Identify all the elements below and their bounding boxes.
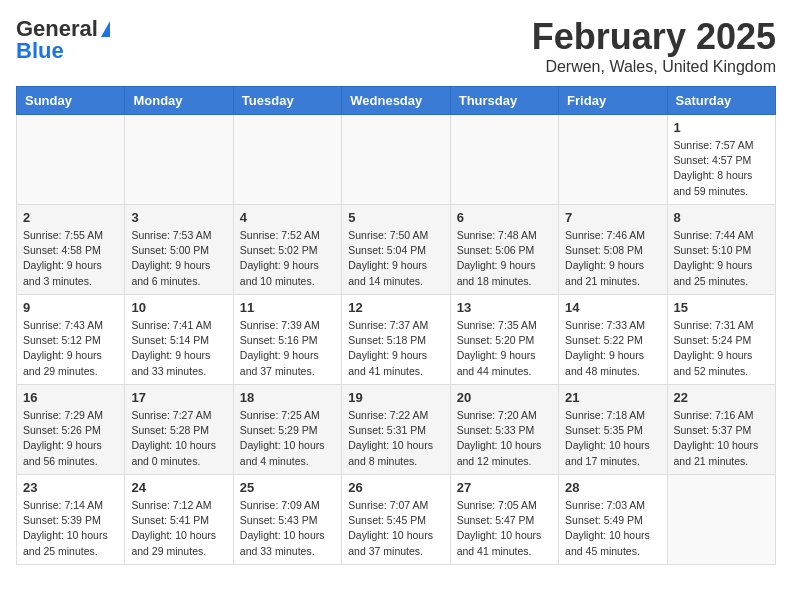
day-cell [233,115,341,205]
day-cell: 10Sunrise: 7:41 AM Sunset: 5:14 PM Dayli… [125,295,233,385]
day-number: 7 [565,210,660,225]
weekday-header-friday: Friday [559,87,667,115]
day-info: Sunrise: 7:03 AM Sunset: 5:49 PM Dayligh… [565,498,660,559]
day-cell: 5Sunrise: 7:50 AM Sunset: 5:04 PM Daylig… [342,205,450,295]
day-info: Sunrise: 7:31 AM Sunset: 5:24 PM Dayligh… [674,318,769,379]
day-info: Sunrise: 7:57 AM Sunset: 4:57 PM Dayligh… [674,138,769,199]
day-number: 14 [565,300,660,315]
day-info: Sunrise: 7:55 AM Sunset: 4:58 PM Dayligh… [23,228,118,289]
day-info: Sunrise: 7:43 AM Sunset: 5:12 PM Dayligh… [23,318,118,379]
day-number: 26 [348,480,443,495]
logo-blue: Blue [16,38,64,64]
day-cell: 12Sunrise: 7:37 AM Sunset: 5:18 PM Dayli… [342,295,450,385]
day-cell [342,115,450,205]
day-number: 5 [348,210,443,225]
weekday-header-monday: Monday [125,87,233,115]
calendar: SundayMondayTuesdayWednesdayThursdayFrid… [16,86,776,565]
day-number: 22 [674,390,769,405]
logo: General Blue [16,16,110,64]
weekday-header-row: SundayMondayTuesdayWednesdayThursdayFrid… [17,87,776,115]
day-number: 28 [565,480,660,495]
day-number: 12 [348,300,443,315]
day-info: Sunrise: 7:12 AM Sunset: 5:41 PM Dayligh… [131,498,226,559]
day-number: 4 [240,210,335,225]
day-number: 17 [131,390,226,405]
weekday-header-saturday: Saturday [667,87,775,115]
day-number: 9 [23,300,118,315]
day-number: 18 [240,390,335,405]
weekday-header-thursday: Thursday [450,87,558,115]
page-header: General Blue February 2025 Derwen, Wales… [16,16,776,76]
day-cell: 18Sunrise: 7:25 AM Sunset: 5:29 PM Dayli… [233,385,341,475]
day-cell: 2Sunrise: 7:55 AM Sunset: 4:58 PM Daylig… [17,205,125,295]
day-number: 21 [565,390,660,405]
day-info: Sunrise: 7:14 AM Sunset: 5:39 PM Dayligh… [23,498,118,559]
day-info: Sunrise: 7:25 AM Sunset: 5:29 PM Dayligh… [240,408,335,469]
location: Derwen, Wales, United Kingdom [532,58,776,76]
day-number: 2 [23,210,118,225]
week-row-3: 9Sunrise: 7:43 AM Sunset: 5:12 PM Daylig… [17,295,776,385]
day-cell: 26Sunrise: 7:07 AM Sunset: 5:45 PM Dayli… [342,475,450,565]
day-cell: 23Sunrise: 7:14 AM Sunset: 5:39 PM Dayli… [17,475,125,565]
logo-icon [101,21,110,37]
day-cell: 14Sunrise: 7:33 AM Sunset: 5:22 PM Dayli… [559,295,667,385]
day-number: 23 [23,480,118,495]
day-cell [559,115,667,205]
day-info: Sunrise: 7:27 AM Sunset: 5:28 PM Dayligh… [131,408,226,469]
day-number: 11 [240,300,335,315]
day-cell: 3Sunrise: 7:53 AM Sunset: 5:00 PM Daylig… [125,205,233,295]
day-cell: 9Sunrise: 7:43 AM Sunset: 5:12 PM Daylig… [17,295,125,385]
week-row-4: 16Sunrise: 7:29 AM Sunset: 5:26 PM Dayli… [17,385,776,475]
day-info: Sunrise: 7:29 AM Sunset: 5:26 PM Dayligh… [23,408,118,469]
day-info: Sunrise: 7:05 AM Sunset: 5:47 PM Dayligh… [457,498,552,559]
week-row-1: 1Sunrise: 7:57 AM Sunset: 4:57 PM Daylig… [17,115,776,205]
day-cell: 17Sunrise: 7:27 AM Sunset: 5:28 PM Dayli… [125,385,233,475]
week-row-5: 23Sunrise: 7:14 AM Sunset: 5:39 PM Dayli… [17,475,776,565]
day-cell: 6Sunrise: 7:48 AM Sunset: 5:06 PM Daylig… [450,205,558,295]
day-cell [667,475,775,565]
day-info: Sunrise: 7:07 AM Sunset: 5:45 PM Dayligh… [348,498,443,559]
day-cell: 21Sunrise: 7:18 AM Sunset: 5:35 PM Dayli… [559,385,667,475]
day-cell [125,115,233,205]
day-number: 8 [674,210,769,225]
day-info: Sunrise: 7:35 AM Sunset: 5:20 PM Dayligh… [457,318,552,379]
day-cell: 11Sunrise: 7:39 AM Sunset: 5:16 PM Dayli… [233,295,341,385]
weekday-header-tuesday: Tuesday [233,87,341,115]
day-info: Sunrise: 7:37 AM Sunset: 5:18 PM Dayligh… [348,318,443,379]
day-cell: 16Sunrise: 7:29 AM Sunset: 5:26 PM Dayli… [17,385,125,475]
day-number: 15 [674,300,769,315]
title-block: February 2025 Derwen, Wales, United King… [532,16,776,76]
day-info: Sunrise: 7:09 AM Sunset: 5:43 PM Dayligh… [240,498,335,559]
day-cell: 28Sunrise: 7:03 AM Sunset: 5:49 PM Dayli… [559,475,667,565]
day-cell: 8Sunrise: 7:44 AM Sunset: 5:10 PM Daylig… [667,205,775,295]
day-number: 20 [457,390,552,405]
day-number: 10 [131,300,226,315]
day-info: Sunrise: 7:18 AM Sunset: 5:35 PM Dayligh… [565,408,660,469]
day-info: Sunrise: 7:46 AM Sunset: 5:08 PM Dayligh… [565,228,660,289]
day-number: 24 [131,480,226,495]
day-cell [450,115,558,205]
day-info: Sunrise: 7:48 AM Sunset: 5:06 PM Dayligh… [457,228,552,289]
day-info: Sunrise: 7:44 AM Sunset: 5:10 PM Dayligh… [674,228,769,289]
day-info: Sunrise: 7:33 AM Sunset: 5:22 PM Dayligh… [565,318,660,379]
day-cell: 22Sunrise: 7:16 AM Sunset: 5:37 PM Dayli… [667,385,775,475]
day-cell: 4Sunrise: 7:52 AM Sunset: 5:02 PM Daylig… [233,205,341,295]
day-info: Sunrise: 7:41 AM Sunset: 5:14 PM Dayligh… [131,318,226,379]
day-cell: 1Sunrise: 7:57 AM Sunset: 4:57 PM Daylig… [667,115,775,205]
day-info: Sunrise: 7:20 AM Sunset: 5:33 PM Dayligh… [457,408,552,469]
day-info: Sunrise: 7:39 AM Sunset: 5:16 PM Dayligh… [240,318,335,379]
week-row-2: 2Sunrise: 7:55 AM Sunset: 4:58 PM Daylig… [17,205,776,295]
month-title: February 2025 [532,16,776,58]
day-cell: 19Sunrise: 7:22 AM Sunset: 5:31 PM Dayli… [342,385,450,475]
day-info: Sunrise: 7:53 AM Sunset: 5:00 PM Dayligh… [131,228,226,289]
day-cell: 25Sunrise: 7:09 AM Sunset: 5:43 PM Dayli… [233,475,341,565]
day-number: 25 [240,480,335,495]
day-number: 6 [457,210,552,225]
day-number: 27 [457,480,552,495]
weekday-header-sunday: Sunday [17,87,125,115]
day-cell: 27Sunrise: 7:05 AM Sunset: 5:47 PM Dayli… [450,475,558,565]
day-info: Sunrise: 7:16 AM Sunset: 5:37 PM Dayligh… [674,408,769,469]
weekday-header-wednesday: Wednesday [342,87,450,115]
day-cell [17,115,125,205]
day-info: Sunrise: 7:22 AM Sunset: 5:31 PM Dayligh… [348,408,443,469]
